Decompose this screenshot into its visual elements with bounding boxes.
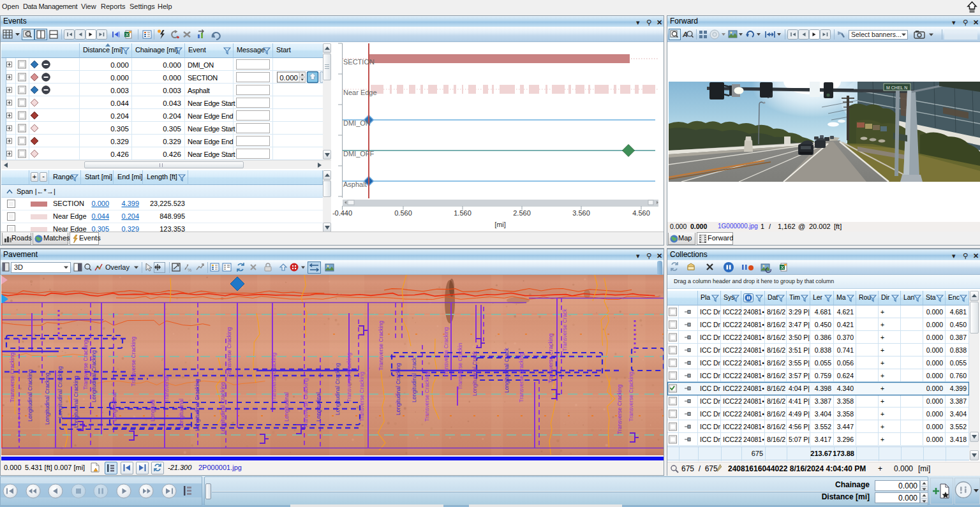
svg-text:24081•: 24081• [743,423,764,430]
svg-text:Transverse Cracking: Transverse Cracking [628,372,634,422]
svg-text:SECTION: SECTION [188,74,218,82]
svg-text:0.056: 0.056 [837,359,854,367]
svg-text:ICC22: ICC22 [723,385,742,392]
svg-text:Longitudinal: Longitudinal [315,392,322,422]
svg-text:ICC22: ICC22 [723,346,742,354]
svg-text:8/16/2: 8/16/2 [767,346,785,354]
svg-text:0.329: 0.329 [110,138,129,145]
svg-text:0.055: 0.055 [815,359,831,367]
svg-text:24081•: 24081• [743,372,764,379]
svg-text:Transverse Cracking: Transverse Cracking [82,340,89,390]
svg-text:3:55 P|: 3:55 P| [789,359,810,367]
svg-text:0.426: 0.426 [110,151,129,158]
svg-text:8/16/2: 8/16/2 [767,372,785,379]
svg-text:Transverse Cracking: Transverse Cracking [378,321,384,371]
svg-text:1.560: 1.560 [454,209,471,217]
svg-text:4:49 P|: 4:49 P| [789,410,810,418]
svg-text:3:51 P|: 3:51 P| [789,346,810,354]
svg-text:-0.440: -0.440 [332,209,352,217]
svg-text:Transverse Cracking: Transverse Cracking [547,334,554,383]
svg-text:Overlay: Overlay [105,263,130,271]
svg-text:Asphalt: Asphalt [188,87,210,94]
svg-text:Longitudinal Cracking: Longitudinal Cracking [73,376,79,428]
svg-text:3.552: 3.552 [815,423,831,430]
svg-text:0.055: 0.055 [950,359,967,367]
svg-text:Longitudinal Crack: Longitudinal Crack [471,351,478,396]
svg-text:3.552: 3.552 [950,423,967,430]
svg-text:4.560: 4.560 [632,209,650,217]
svg-text:Longitudinal Cracking: Longitudinal Cracking [194,379,200,431]
svg-text:8/16/2: 8/16/2 [767,385,785,392]
svg-text:Transverse Crackin: Transverse Crackin [457,342,463,390]
svg-text:3.296: 3.296 [837,436,854,443]
svg-text:Transverse: Transverse [163,376,170,402]
svg-text:24081•: 24081• [743,308,764,316]
svg-text:+: + [880,397,884,405]
svg-text:ICC Dr: ICC Dr [700,372,721,379]
svg-text:0.204: 0.204 [110,112,129,120]
svg-text:0.000: 0.000 [926,334,943,341]
svg-text:ICC22: ICC22 [723,436,742,443]
svg-text:8/16/2: 8/16/2 [767,321,785,328]
svg-text:24081•: 24081• [743,410,764,418]
svg-text:0.000: 0.000 [163,61,181,69]
svg-text:24081•: 24081• [743,346,764,354]
svg-text:24081•: 24081• [743,397,764,405]
svg-text:4.340: 4.340 [837,385,854,392]
svg-text:0.421: 0.421 [837,321,854,328]
svg-text:Transverse Cracking: Transverse Cracking [130,337,137,386]
svg-text:M CHEL N: M CHEL N [886,85,907,90]
svg-text:24081•: 24081• [743,436,764,443]
svg-text:3:50 P|: 3:50 P| [789,334,810,341]
svg-text:0.000: 0.000 [926,321,943,328]
svg-text:Transverse Cracking: Transverse Cracking [359,372,365,422]
svg-text:ICC Dr: ICC Dr [700,385,721,392]
svg-text:ICC22: ICC22 [723,397,742,405]
svg-text:0.000: 0.000 [110,74,129,82]
svg-text:Near Edge End: Near Edge End [188,138,233,145]
svg-text:3.418: 3.418 [950,436,967,443]
svg-text:SECTION: SECTION [343,58,375,66]
svg-text:DMI_OFF: DMI_OFF [343,150,375,158]
svg-text:+: + [880,436,884,443]
svg-text:0.000: 0.000 [926,359,943,367]
svg-text:0.759: 0.759 [815,372,831,379]
svg-text:ICC Dr: ICC Dr [700,321,721,328]
svg-text:0.003: 0.003 [163,87,181,94]
svg-text:+: + [880,321,884,328]
svg-text:8/16/2: 8/16/2 [767,334,785,341]
svg-text:Longitudinal Cracking: Longitudinal Cracking [219,382,226,434]
svg-text:8/16/2: 8/16/2 [767,410,785,418]
svg-text:0.741: 0.741 [837,346,854,354]
svg-text:ICC Dr: ICC Dr [700,334,721,341]
svg-text:+: + [880,359,884,367]
svg-text:24081•: 24081• [743,359,764,367]
svg-text:3.404: 3.404 [815,410,831,418]
svg-text:3.387: 3.387 [950,397,967,405]
svg-text:+: + [880,410,884,418]
svg-text:Longitudinal Crack: Longitudinal Crack [503,348,510,393]
svg-text:Transverse Cracking: Transverse Cracking [226,327,232,377]
svg-text:Transverse Cracking: Transverse Cracking [271,353,277,402]
svg-text:Near Edge Start: Near Edge Start [188,125,235,133]
svg-text:3:47 P|: 3:47 P| [789,321,810,328]
svg-text:0.329: 0.329 [163,138,181,145]
svg-text:ICC22: ICC22 [723,359,742,367]
svg-text:X: X [781,265,785,270]
svg-text:ICC Dr: ICC Dr [700,359,721,367]
svg-text:0.204: 0.204 [163,112,181,120]
svg-text:ICC22: ICC22 [723,321,742,328]
svg-text:ICC22: ICC22 [723,308,742,316]
svg-text:Transverse Cracking: Transverse Cracking [616,385,623,434]
svg-text:Near Edge: Near Edge [343,89,377,96]
svg-text:4:04 P|: 4:04 P| [789,385,810,392]
svg-text:ICC22: ICC22 [723,410,742,418]
svg-text:+: + [880,346,884,354]
svg-text:0.000: 0.000 [926,436,943,443]
svg-text:Longitudinal Cracking: Longitudinal Cracking [334,363,341,415]
svg-text:DMI_ON: DMI_ON [188,61,214,69]
svg-text:8/16/2: 8/16/2 [767,423,785,430]
svg-text:0.370: 0.370 [837,334,854,341]
svg-text:4:41 P|: 4:41 P| [789,397,810,405]
svg-text:Transverse Cracking: Transverse Cracking [346,353,352,402]
